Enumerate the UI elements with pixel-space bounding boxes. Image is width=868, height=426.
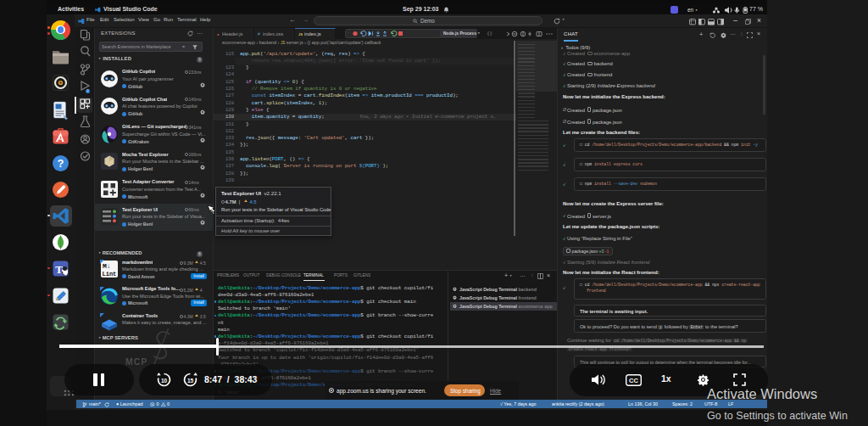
svg-text:15: 15 [186, 378, 193, 384]
svg-text:T: T [55, 262, 63, 275]
svg-text:10: 10 [160, 378, 167, 384]
svg-text:?: ? [58, 157, 64, 170]
svg-text:CC: CC [629, 377, 638, 384]
svg-text:Lint: Lint [103, 271, 117, 277]
